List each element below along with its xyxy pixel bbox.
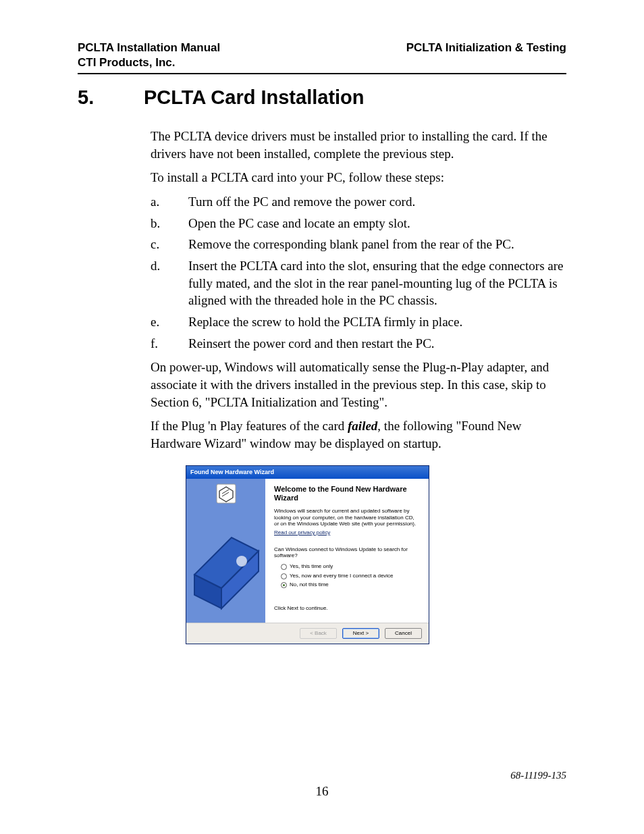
step-b: b.Open the PC case and locate an empty s… xyxy=(151,215,566,232)
footer-doc-id: 68-11199-135 xyxy=(510,770,566,781)
failed-word: failed xyxy=(348,419,377,433)
wizard-cancel-button[interactable]: Cancel xyxy=(385,628,422,639)
section-number: 5. xyxy=(78,86,144,109)
wizard-option-yes-once[interactable]: Yes, this time only xyxy=(281,563,420,571)
intro-para-2: To install a PCLTA card into your PC, fo… xyxy=(151,169,566,186)
step-d: d.Insert the PCLTA card into the slot, e… xyxy=(151,257,566,309)
radio-icon xyxy=(281,564,287,570)
wizard-title: Welcome to the Found New Hardware Wizard xyxy=(274,485,420,504)
wizard-option-yes-always[interactable]: Yes, now and every time I connect a devi… xyxy=(281,573,420,580)
header-right: PCLTA Initialization & Testing xyxy=(406,41,566,70)
header-rule xyxy=(78,73,566,74)
post-para-1: On power-up, Windows will automatically … xyxy=(151,359,566,411)
hardware-wizard-window: Found New Hardware Wizard xyxy=(186,465,429,644)
header-left-line1: PCLTA Installation Manual xyxy=(78,41,220,55)
wizard-question: Can Windows connect to Windows Update to… xyxy=(274,546,420,559)
wizard-titlebar: Found New Hardware Wizard xyxy=(186,466,429,478)
radio-icon xyxy=(281,573,287,579)
wizard-side-graphic xyxy=(186,479,265,623)
step-e: e.Replace the screw to hold the PCLTA fi… xyxy=(151,313,566,331)
wizard-desc: Windows will search for current and upda… xyxy=(274,508,420,527)
footer-page-number: 16 xyxy=(0,784,644,799)
wizard-continue-text: Click Next to continue. xyxy=(274,605,420,613)
section-title: PCLTA Card Installation xyxy=(144,86,365,108)
radio-icon-selected xyxy=(281,582,287,588)
steps-list: a.Turn off the PC and remove the power c… xyxy=(151,193,566,352)
wizard-next-button[interactable]: Next > xyxy=(342,628,379,639)
page-header: PCLTA Installation Manual CTI Products, … xyxy=(78,41,566,70)
intro-para-1: The PCLTA device drivers must be install… xyxy=(151,128,566,162)
header-left-line2: CTI Products, Inc. xyxy=(78,55,220,70)
wizard-side-svg xyxy=(186,479,265,621)
wizard-back-button: < Back xyxy=(300,628,337,639)
step-a: a.Turn off the PC and remove the power c… xyxy=(151,193,566,211)
step-c: c.Remove the corresponding blank panel f… xyxy=(151,236,566,253)
step-f: f.Reinsert the power cord and then resta… xyxy=(151,335,566,353)
section-heading: 5.PCLTA Card Installation xyxy=(78,86,566,109)
svg-point-1 xyxy=(236,556,247,567)
wizard-option-no[interactable]: No, not this time xyxy=(281,581,420,589)
post-para-2: If the Plug 'n Play features of the card… xyxy=(151,417,566,452)
wizard-privacy-link[interactable]: Read our privacy policy xyxy=(274,529,420,537)
